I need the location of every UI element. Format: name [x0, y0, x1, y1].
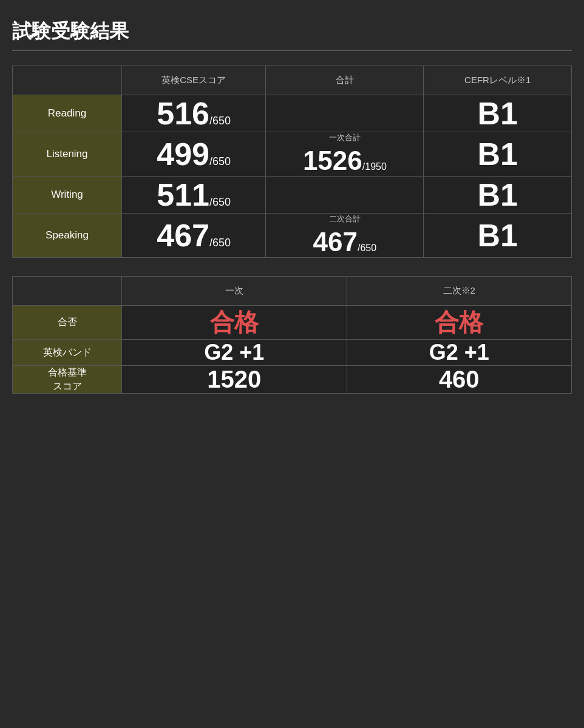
bottom-col-header-category — [13, 277, 122, 306]
result-label-band: 英検バンド — [13, 340, 122, 366]
col-header-cefr: CEFRレベル※1 — [424, 66, 572, 95]
result-label-pass: 合否 — [13, 306, 122, 340]
result-second-band: G2 +1 — [347, 340, 572, 366]
table-row: Reading 516/650 B1 — [13, 95, 572, 132]
result-table: 一次 二次※2 合否 合格 合格 英検バンド G2 +1 G2 +1 合格 — [12, 276, 572, 394]
score-reading: 516/650 — [122, 95, 266, 132]
col-header-skill — [13, 66, 122, 95]
score-main-listening: 499 — [157, 136, 209, 172]
result-second-standard: 460 — [347, 366, 572, 394]
result-first-band: G2 +1 — [122, 340, 347, 366]
skill-label-writing: Writing — [13, 177, 122, 214]
page-title: 試験受験結果 — [12, 18, 572, 45]
pass-text-second: 合格 — [435, 309, 483, 335]
score-denom-listening: /650 — [209, 155, 231, 167]
total-listening: 一次合計 1526/1950 — [266, 132, 424, 177]
col-header-total: 合計 — [266, 66, 424, 95]
result-second-pass: 合格 — [347, 306, 572, 340]
score-main-reading: 516 — [157, 96, 209, 131]
result-first-pass: 合格 — [122, 306, 347, 340]
cefr-value-listening: B1 — [477, 136, 517, 172]
skill-label-reading: Reading — [13, 95, 122, 132]
score-main-speaking: 467 — [157, 218, 209, 253]
table-row: Listening 499/650 一次合計 1526/1950 B1 — [13, 132, 572, 177]
table-row: 合否 合格 合格 — [13, 306, 572, 340]
cefr-value-writing: B1 — [477, 177, 517, 212]
cefr-reading: B1 — [424, 95, 572, 132]
total-main-listening: 1526 — [303, 146, 362, 175]
table-row: Writing 511/650 B1 — [13, 177, 572, 214]
score-denom-reading: /650 — [209, 115, 231, 127]
cefr-listening: B1 — [424, 132, 572, 177]
band-text-second: G2 +1 — [429, 340, 489, 365]
table-row: 合格基準スコア 1520 460 — [13, 366, 572, 394]
result-first-standard: 1520 — [122, 366, 347, 394]
pass-text-first: 合格 — [210, 309, 259, 335]
table-row: 英検バンド G2 +1 G2 +1 — [13, 340, 572, 366]
total-reading — [266, 95, 424, 132]
total-denom-listening: /1950 — [362, 161, 387, 172]
band-text-first: G2 +1 — [204, 340, 264, 365]
cefr-writing: B1 — [424, 177, 572, 214]
bottom-col-header-first: 一次 — [122, 277, 347, 306]
cefr-speaking: B1 — [424, 214, 572, 258]
skill-label-listening: Listening — [13, 132, 122, 177]
standard-text-first: 1520 — [207, 366, 261, 393]
table-row: Speaking 467/650 二次合計 467/650 B1 — [13, 214, 572, 258]
score-speaking: 467/650 — [122, 214, 266, 258]
total-speaking: 二次合計 467/650 — [266, 214, 424, 258]
score-writing: 511/650 — [122, 177, 266, 214]
standard-text-second: 460 — [439, 366, 480, 393]
total-main-speaking: 467 — [313, 227, 358, 257]
total-label-speaking: 二次合計 — [266, 214, 423, 224]
total-label-listening: 一次合計 — [266, 132, 423, 143]
title-divider — [12, 50, 572, 51]
total-denom-speaking: /650 — [358, 243, 376, 253]
score-denom-writing: /650 — [209, 196, 231, 208]
skill-label-speaking: Speaking — [13, 214, 122, 258]
cefr-value-reading: B1 — [477, 96, 517, 131]
score-main-writing: 511 — [157, 177, 209, 212]
score-listening: 499/650 — [122, 132, 266, 177]
score-denom-speaking: /650 — [209, 237, 231, 249]
bottom-col-header-second: 二次※2 — [347, 277, 572, 306]
cefr-value-speaking: B1 — [477, 218, 517, 253]
score-table: 英検CSEスコア 合計 CEFRレベル※1 Reading 516/650 B1… — [12, 66, 572, 258]
total-writing — [266, 177, 424, 214]
col-header-cse: 英検CSEスコア — [122, 66, 266, 95]
result-label-standard: 合格基準スコア — [13, 366, 122, 394]
